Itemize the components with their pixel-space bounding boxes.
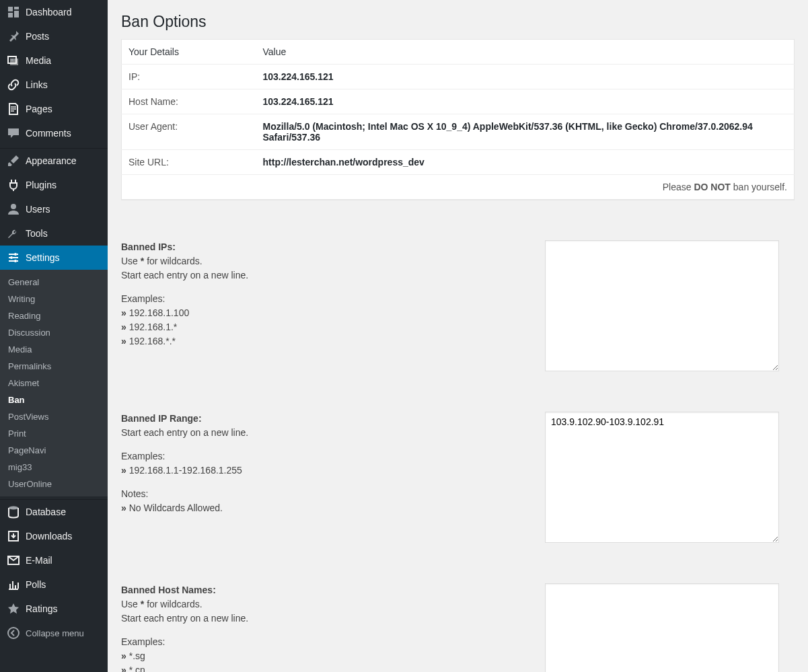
submenu-item-permalinks[interactable]: Permalinks [0, 358, 108, 375]
example-line: » 192.168.1.1-192.168.1.255 [121, 463, 545, 478]
svg-point-4 [14, 260, 17, 262]
detail-value: 103.224.165.121 [256, 89, 795, 114]
collapse-label: Collapse menu [26, 628, 84, 638]
submenu-item-mig33[interactable]: mig33 [0, 459, 108, 476]
sidebar-item-e-mail[interactable]: E-Mail [0, 548, 108, 572]
brush-icon [7, 154, 20, 167]
plug-icon [7, 178, 20, 192]
table-row: Host Name:103.224.165.121 [122, 89, 795, 114]
sidebar-item-polls[interactable]: Polls [0, 572, 108, 597]
submenu-item-akismet[interactable]: Akismet [0, 375, 108, 391]
sidebar-item-label: Downloads [26, 531, 72, 542]
sidebar-item-label: Links [26, 79, 48, 90]
sidebar-item-label: Tools [26, 228, 48, 239]
banned-ips-input[interactable] [545, 240, 779, 371]
submenu-item-reading[interactable]: Reading [0, 307, 108, 324]
sidebar-item-tools[interactable]: Tools [0, 221, 108, 246]
sidebar-item-label: Pages [26, 104, 52, 114]
table-row: IP:103.224.165.121 [122, 65, 795, 89]
sidebar-item-users[interactable]: Users [0, 197, 108, 221]
sidebar-item-database[interactable]: Database [0, 500, 108, 524]
details-footnote: Please DO NOT ban yourself. [122, 175, 795, 200]
svg-point-3 [10, 256, 13, 259]
banned-ip-range-title: Banned IP Range: [121, 413, 202, 424]
svg-point-6 [8, 628, 19, 638]
table-row: User Agent:Mozilla/5.0 (Macintosh; Intel… [122, 114, 795, 150]
mail-icon [7, 554, 20, 567]
submenu-item-pagenavi[interactable]: PageNavi [0, 442, 108, 459]
wrench-icon [7, 227, 20, 240]
your-details-table: Your Details Value IP:103.224.165.121Hos… [121, 39, 795, 200]
sidebar-item-label: Settings [26, 252, 60, 263]
chart-icon [7, 578, 20, 591]
section-banned-ips: Banned IPs: Use * for wildcards. Start e… [121, 240, 795, 371]
submenu-item-discussion[interactable]: Discussion [0, 324, 108, 341]
example-line: » *.sg [121, 649, 545, 663]
sidebar-item-dashboard[interactable]: Dashboard [0, 0, 108, 24]
detail-label: IP: [122, 65, 256, 89]
example-line: » *.cn [121, 663, 545, 672]
detail-label: Host Name: [122, 89, 256, 114]
detail-value: 103.224.165.121 [256, 65, 795, 89]
table-row: Site URL:http://lesterchan.net/wordpress… [122, 150, 795, 175]
banned-host-names-input[interactable] [545, 583, 779, 672]
admin-sidebar: DashboardPostsMediaLinksPagesComments Ap… [0, 0, 108, 672]
svg-point-0 [11, 59, 13, 61]
submenu-item-useronline[interactable]: UserOnline [0, 476, 108, 492]
settings-icon [7, 251, 20, 264]
sidebar-item-links[interactable]: Links [0, 73, 108, 97]
sidebar-item-pages[interactable]: Pages [0, 97, 108, 121]
banned-host-names-title: Banned Host Names: [121, 585, 216, 595]
sidebar-item-label: Database [26, 507, 66, 517]
sidebar-item-label: Polls [26, 579, 46, 590]
sidebar-item-downloads[interactable]: Downloads [0, 524, 108, 548]
star-icon [7, 602, 20, 615]
sidebar-item-label: E-Mail [26, 555, 52, 566]
detail-label: User Agent: [122, 114, 256, 150]
detail-value: Mozilla/5.0 (Macintosh; Intel Mac OS X 1… [256, 114, 795, 150]
example-line: » 192.168.1.100 [121, 306, 545, 320]
sidebar-item-label: Ratings [26, 603, 57, 614]
settings-submenu: GeneralWritingReadingDiscussionMediaPerm… [0, 270, 108, 496]
collapse-icon [7, 626, 20, 640]
collapse-menu[interactable]: Collapse menu [0, 621, 108, 645]
dashboard-icon [7, 5, 20, 19]
submenu-item-ban[interactable]: Ban [0, 391, 108, 408]
svg-point-1 [11, 204, 16, 209]
submenu-item-print[interactable]: Print [0, 425, 108, 442]
sidebar-item-posts[interactable]: Posts [0, 24, 108, 48]
submenu-item-general[interactable]: General [0, 274, 108, 291]
sidebar-item-comments[interactable]: Comments [0, 121, 108, 145]
svg-point-2 [14, 253, 17, 256]
page-icon [7, 102, 20, 116]
sidebar-item-label: Dashboard [26, 7, 72, 17]
comment-icon [7, 126, 20, 140]
example-line: » No Wildcards Allowed. [121, 501, 545, 515]
sidebar-item-settings[interactable]: Settings [0, 246, 108, 270]
sidebar-item-label: Appearance [26, 155, 77, 166]
section-banned-ip-range: Banned IP Range: Start each entry on a n… [121, 412, 795, 543]
admin-content: Ban Options Your Details Value IP:103.22… [108, 0, 808, 672]
example-line: » 192.168.1.* [121, 320, 545, 334]
sidebar-item-media[interactable]: Media [0, 48, 108, 73]
banned-ips-title: Banned IPs: [121, 241, 176, 252]
media-icon [7, 54, 20, 67]
database-icon [7, 505, 20, 519]
banned-ip-range-input[interactable] [545, 412, 779, 543]
details-col-label: Your Details [122, 40, 256, 65]
sidebar-item-plugins[interactable]: Plugins [0, 173, 108, 197]
sidebar-item-appearance[interactable]: Appearance [0, 149, 108, 173]
submenu-item-postviews[interactable]: PostViews [0, 408, 108, 425]
sidebar-item-ratings[interactable]: Ratings [0, 597, 108, 621]
sidebar-item-label: Media [26, 55, 51, 66]
link-icon [7, 78, 20, 91]
submenu-item-writing[interactable]: Writing [0, 291, 108, 307]
user-icon [7, 202, 20, 216]
download-icon [7, 529, 20, 543]
submenu-item-media[interactable]: Media [0, 341, 108, 358]
svg-point-5 [9, 507, 18, 510]
details-col-value: Value [256, 40, 795, 65]
sidebar-item-label: Users [26, 204, 50, 215]
sidebar-item-label: Comments [26, 128, 71, 139]
sidebar-item-label: Posts [26, 31, 49, 42]
